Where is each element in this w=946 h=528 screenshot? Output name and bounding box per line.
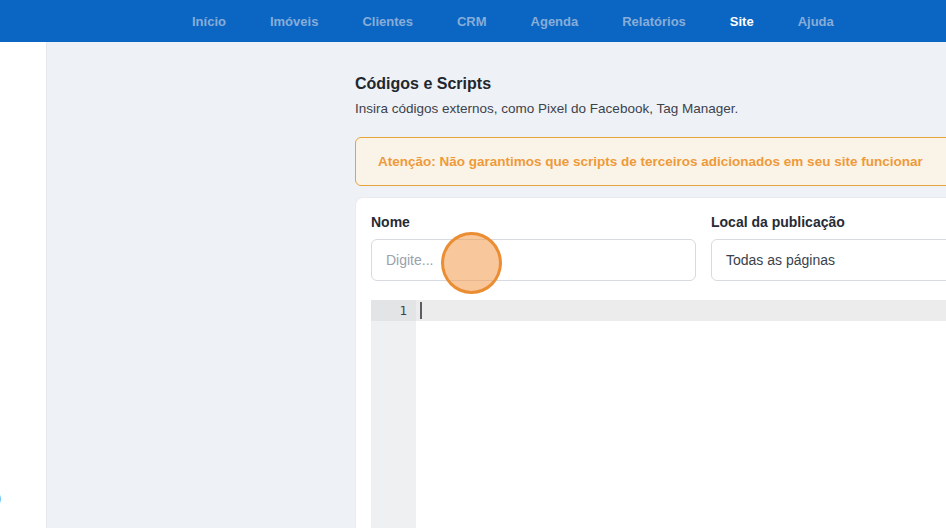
nav-item-inicio[interactable]: Início: [192, 14, 226, 29]
name-input[interactable]: [371, 239, 696, 281]
page-subtitle: Insira códigos externos, como Pixel do F…: [355, 101, 738, 116]
line-number: 1: [399, 303, 407, 318]
editor-active-line-gutter-cell: 1: [371, 300, 416, 321]
sidebar-partial-text: ): [0, 489, 1, 506]
editor-line-number-gutter: [371, 300, 416, 528]
nav-item-imoveis[interactable]: Imóveis: [270, 14, 318, 29]
warning-banner: Atenção: Não garantimos que scripts de t…: [355, 137, 946, 186]
nav-item-ajuda[interactable]: Ajuda: [798, 14, 834, 29]
left-sidebar-strip: ): [0, 42, 47, 528]
nav-item-crm[interactable]: CRM: [457, 14, 487, 29]
top-navbar: Início Imóveis Clientes CRM Agenda Relat…: [0, 0, 946, 42]
nav-item-agenda[interactable]: Agenda: [531, 14, 579, 29]
page-title: Códigos e Scripts: [355, 75, 491, 93]
script-code-editor[interactable]: 1: [371, 300, 946, 528]
publication-select[interactable]: Todas as páginas: [711, 239, 946, 281]
warning-text: Atenção: Não garantimos que scripts de t…: [378, 154, 923, 169]
text-cursor: [420, 302, 422, 319]
nav-item-clientes[interactable]: Clientes: [362, 14, 413, 29]
nav-item-site[interactable]: Site: [730, 14, 754, 29]
publication-field-label: Local da publicação: [711, 214, 845, 230]
nav-item-relatorios[interactable]: Relatórios: [622, 14, 686, 29]
name-field-label: Nome: [371, 214, 410, 230]
editor-active-line-highlight: [371, 300, 946, 321]
